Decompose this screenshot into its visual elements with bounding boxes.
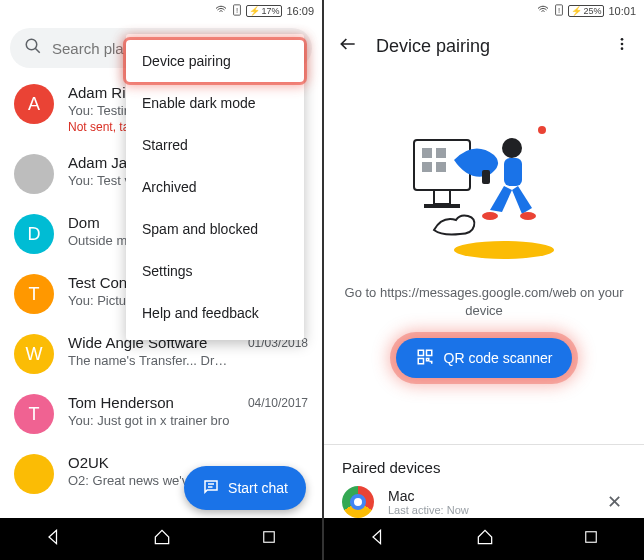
nav-back-icon[interactable] — [368, 527, 388, 551]
nav-recent-icon[interactable] — [260, 528, 278, 550]
overflow-menu: Device pairing Enable dark mode Starred … — [126, 34, 304, 340]
svg-point-2 — [26, 39, 37, 50]
avatar: A — [14, 84, 54, 124]
fab-label: Start chat — [228, 480, 288, 496]
chrome-icon — [342, 486, 374, 518]
avatar — [14, 154, 54, 194]
svg-rect-14 — [434, 190, 450, 204]
chat-icon — [202, 478, 220, 499]
status-bar: ! ⚡25% 10:01 — [324, 0, 644, 22]
svg-point-11 — [621, 47, 624, 50]
pairing-illustration — [394, 100, 574, 260]
device-name: Mac — [388, 488, 589, 504]
menu-spam-blocked[interactable]: Spam and blocked — [126, 208, 304, 250]
android-navbar — [0, 518, 322, 560]
hero-section: Go to https://messages.google.com/web on… — [324, 70, 644, 444]
wifi-icon — [536, 4, 550, 18]
menu-device-pairing[interactable]: Device pairing — [126, 40, 304, 82]
svg-point-9 — [621, 38, 624, 41]
date: 04/10/2017 — [248, 394, 308, 410]
svg-rect-17 — [436, 148, 446, 158]
svg-point-23 — [520, 212, 536, 220]
svg-rect-15 — [424, 204, 460, 208]
battery-indicator: ⚡17% — [246, 5, 282, 17]
svg-point-10 — [621, 43, 624, 46]
svg-rect-24 — [482, 170, 490, 184]
start-chat-button[interactable]: Start chat — [184, 466, 306, 510]
nav-home-icon[interactable] — [152, 527, 172, 551]
qr-icon — [416, 348, 434, 369]
svg-rect-29 — [586, 532, 597, 543]
nav-recent-icon[interactable] — [582, 528, 600, 550]
avatar — [14, 454, 54, 494]
paired-device-row[interactable]: Mac Last active: Now ✕ — [342, 486, 626, 518]
warn-icon: ! — [232, 4, 242, 18]
menu-settings[interactable]: Settings — [126, 250, 304, 292]
avatar: D — [14, 214, 54, 254]
device-status: Last active: Now — [388, 504, 589, 516]
contact-name: Tom Henderson — [68, 394, 234, 411]
svg-rect-19 — [436, 162, 446, 172]
conversation-item[interactable]: T Tom Henderson You: Just got in x train… — [0, 384, 322, 444]
menu-archived[interactable]: Archived — [126, 166, 304, 208]
svg-rect-16 — [422, 148, 432, 158]
clock: 16:09 — [286, 5, 314, 17]
svg-rect-18 — [422, 162, 432, 172]
battery-indicator: ⚡25% — [568, 5, 604, 17]
android-navbar — [324, 518, 644, 560]
svg-point-22 — [482, 212, 498, 220]
app-bar: Device pairing — [324, 22, 644, 70]
instruction-text: Go to https://messages.google.com/web on… — [344, 284, 624, 320]
search-icon — [24, 37, 42, 59]
qr-scanner-button[interactable]: QR code scanner — [396, 338, 573, 378]
paired-devices-section: Paired devices Mac Last active: Now ✕ — [324, 444, 644, 518]
svg-rect-6 — [264, 532, 275, 543]
nav-home-icon[interactable] — [475, 527, 495, 551]
qr-button-label: QR code scanner — [444, 350, 553, 366]
svg-rect-28 — [418, 358, 423, 363]
avatar: W — [14, 334, 54, 374]
nav-back-icon[interactable] — [44, 527, 64, 551]
avatar: T — [14, 394, 54, 434]
svg-point-12 — [454, 241, 554, 259]
phone-right: ! ⚡25% 10:01 Device pairing — [322, 0, 644, 560]
svg-text:!: ! — [236, 6, 238, 15]
phone-left: ! ⚡17% 16:09 A Adam Ric You: Testing Not… — [0, 0, 322, 560]
svg-rect-21 — [504, 158, 522, 186]
svg-line-3 — [35, 48, 40, 53]
avatar: T — [14, 274, 54, 314]
svg-point-25 — [538, 126, 546, 134]
svg-text:!: ! — [558, 6, 560, 15]
wifi-icon — [214, 4, 228, 18]
page-title: Device pairing — [376, 36, 596, 57]
clock: 10:01 — [608, 5, 636, 17]
more-icon[interactable] — [614, 36, 630, 56]
paired-title: Paired devices — [342, 459, 626, 476]
message-snippet: The name's Transfer... Droid …❗ — [68, 353, 234, 368]
svg-rect-26 — [418, 350, 423, 355]
menu-help-feedback[interactable]: Help and feedback — [126, 292, 304, 334]
message-snippet: You: Just got in x trainer bro — [68, 413, 234, 428]
menu-dark-mode[interactable]: Enable dark mode — [126, 82, 304, 124]
warn-icon: ! — [554, 4, 564, 18]
status-bar: ! ⚡17% 16:09 — [0, 0, 322, 22]
menu-starred[interactable]: Starred — [126, 124, 304, 166]
svg-point-20 — [502, 138, 522, 158]
svg-rect-27 — [426, 350, 431, 355]
back-icon[interactable] — [338, 34, 358, 58]
remove-device-icon[interactable]: ✕ — [603, 487, 626, 517]
